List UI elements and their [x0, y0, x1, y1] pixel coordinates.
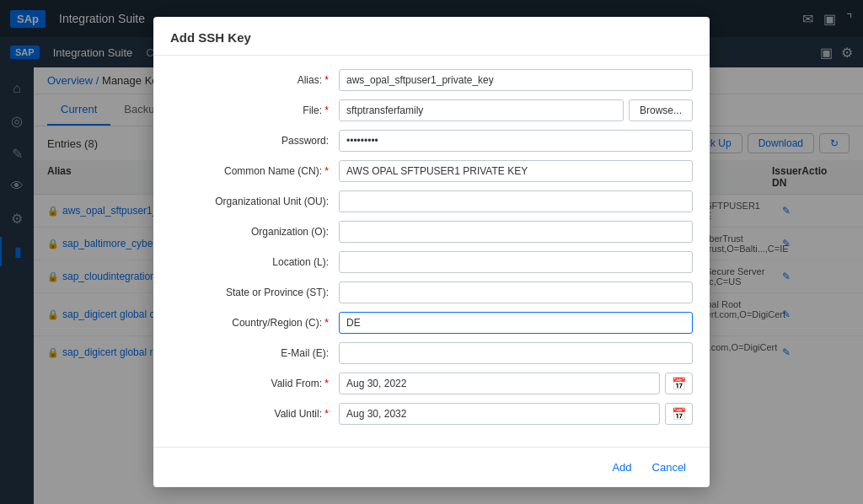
- date-until-row: 📅: [339, 403, 693, 425]
- state-input[interactable]: [339, 281, 693, 303]
- cn-label: Common Name (CN): *: [170, 165, 339, 177]
- email-label: E-Mail (E):: [170, 347, 339, 359]
- valid-from-calendar-icon[interactable]: 📅: [665, 373, 693, 394]
- file-row: Browse...: [339, 99, 693, 121]
- alias-input[interactable]: [339, 69, 693, 91]
- form-row-file: File: * Browse...: [170, 99, 693, 121]
- location-input[interactable]: [339, 251, 693, 273]
- form-row-valid-from: Valid From: * 📅: [170, 373, 693, 394]
- valid-until-calendar-icon[interactable]: 📅: [665, 403, 693, 425]
- add-ssh-key-modal: Add SSH Key Alias: * File: *: [153, 17, 710, 487]
- form-row-country: Country/Region (C): *: [170, 312, 693, 334]
- form-row-email: E-Mail (E):: [170, 342, 693, 364]
- email-input[interactable]: [339, 342, 693, 364]
- location-label: Location (L):: [170, 256, 339, 268]
- state-label: State or Province (ST):: [170, 287, 339, 298]
- modal-title: Add SSH Key: [153, 17, 710, 56]
- valid-from-label: Valid From: *: [170, 378, 339, 389]
- form-row-password: Password:: [170, 130, 693, 152]
- password-input[interactable]: [339, 130, 693, 152]
- date-from-row: 📅: [339, 373, 693, 394]
- valid-from-input[interactable]: [339, 373, 660, 394]
- valid-until-label: Valid Until: *: [170, 408, 339, 420]
- modal-add-button[interactable]: Add: [605, 458, 638, 477]
- form-row-alias: Alias: *: [170, 69, 693, 91]
- org-label: Organization (O):: [170, 226, 339, 238]
- form-row-valid-until: Valid Until: * 📅: [170, 403, 693, 425]
- form-row-ou: Organizational Unit (OU):: [170, 190, 693, 212]
- browse-button[interactable]: Browse...: [629, 99, 693, 121]
- country-input[interactable]: [339, 312, 693, 334]
- modal-cancel-button[interactable]: Cancel: [646, 458, 693, 477]
- cn-input[interactable]: [339, 160, 693, 182]
- file-label: File: *: [170, 105, 339, 116]
- password-label: Password:: [170, 135, 339, 147]
- modal-footer: Add Cancel: [153, 447, 710, 487]
- modal-body: Alias: * File: * Browse...: [153, 56, 710, 447]
- form-row-state: State or Province (ST):: [170, 281, 693, 303]
- ou-label: Organizational Unit (OU):: [170, 196, 339, 207]
- form-row-cn: Common Name (CN): *: [170, 160, 693, 182]
- form-row-location: Location (L):: [170, 251, 693, 273]
- alias-label: Alias: *: [170, 74, 339, 86]
- modal-overlay: Add SSH Key Alias: * File: *: [0, 0, 863, 504]
- form-row-org: Organization (O):: [170, 221, 693, 243]
- ou-input[interactable]: [339, 190, 693, 212]
- valid-until-input[interactable]: [339, 403, 660, 425]
- file-input[interactable]: [339, 99, 624, 121]
- org-input[interactable]: [339, 221, 693, 243]
- country-label: Country/Region (C): *: [170, 317, 339, 329]
